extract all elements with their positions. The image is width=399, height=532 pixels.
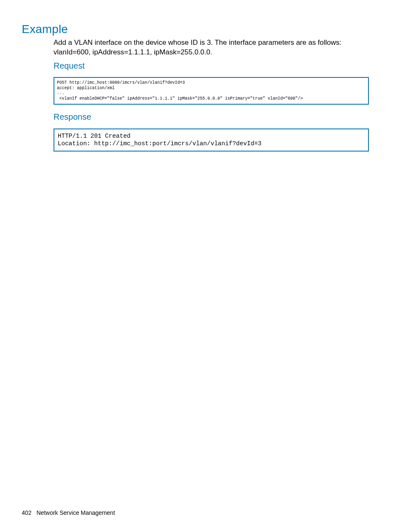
page-footer: 402 Network Service Management	[22, 509, 115, 516]
request-code: POST http://imc_host:8080/imcrs/vlan/vla…	[57, 80, 366, 101]
response-code-box: HTTP/1.1 201 Created Location: http://im…	[54, 129, 369, 152]
heading-request: Request	[54, 61, 85, 71]
footer-section-title: Network Service Management	[36, 509, 115, 516]
heading-response: Response	[54, 112, 91, 122]
page: Example Add a VLAN interface on the devi…	[0, 0, 399, 532]
intro-paragraph: Add a VLAN interface on the device whose…	[54, 38, 371, 57]
page-number: 402	[22, 509, 31, 516]
request-code-box: POST http://imc_host:8080/imcrs/vlan/vla…	[54, 77, 369, 105]
response-code: HTTP/1.1 201 Created Location: http://im…	[58, 132, 365, 147]
heading-example: Example	[22, 23, 68, 36]
